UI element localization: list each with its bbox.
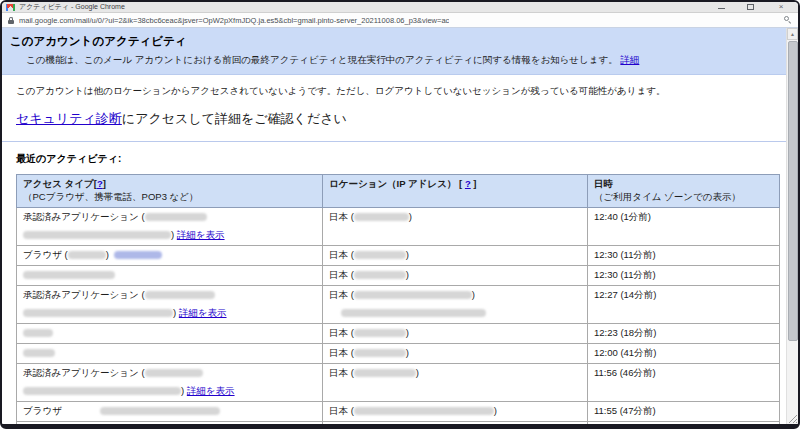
- details-link[interactable]: 詳細を表示: [179, 307, 227, 318]
- datetime-cell: 11:56 (46分前): [588, 364, 780, 402]
- access-type-cell: ブラウザ: [17, 402, 323, 422]
- resize-grip[interactable]: [789, 415, 797, 423]
- timestamp: 12:30 (11分前): [594, 269, 656, 280]
- location-label: 日本 (: [329, 347, 354, 358]
- location-cell: 日本 (): [323, 208, 588, 246]
- window-title: アクティビティ - Google Chrome: [19, 2, 125, 12]
- col2-bracket-close: ]: [471, 178, 477, 189]
- access-type-cell: 承認済みアプリケーション () 詳細を表示: [17, 208, 323, 246]
- datetime-cell: 12:40 (1分前): [588, 208, 780, 246]
- learn-more-link[interactable]: 詳細: [620, 54, 639, 65]
- timestamp: 11:56 (46分前): [594, 367, 656, 378]
- access-type-label: ブラウザ (: [23, 249, 68, 260]
- datetime-cell: 11:53 (48分前): [588, 422, 780, 425]
- col2-title: ロケーション（IP アドレス）: [329, 178, 456, 189]
- activity-table: アクセス タイプ[?] （PCブラウザ、携帯電話、POP3 など） ロケーション…: [16, 174, 780, 424]
- address-bar[interactable]: mail.google.com/mail/u/0/?ui=2&ik=38cbc6…: [2, 13, 798, 28]
- location-label: ): [409, 211, 412, 222]
- col3-title: 日時: [594, 178, 613, 189]
- access-type-line1: [23, 269, 316, 280]
- datetime-cell: 12:00 (41分前): [588, 344, 780, 364]
- timestamp: 11:55 (47分前): [594, 405, 656, 416]
- datetime-cell: 12:30 (11分前): [588, 266, 780, 286]
- table-row: 承認済みアプリケーション () 詳細を表示日本 ()12:40 (1分前): [17, 208, 780, 246]
- access-type-line1: 承認済みアプリケーション (: [23, 367, 316, 380]
- access-type-cell: [17, 324, 323, 344]
- col-datetime: 日時 （ご利用タイム ゾーンでの表示）: [588, 175, 780, 208]
- timestamp: 12:00 (41分前): [594, 347, 656, 358]
- recent-activity-heading: 最近のアクティビティ:: [16, 152, 772, 166]
- access-type-label: ): [106, 249, 112, 260]
- minimize-button[interactable]: [718, 5, 725, 9]
- access-type-label: 承認済みアプリケーション (: [23, 289, 145, 300]
- access-type-line1: 承認済みアプリケーション (: [23, 211, 316, 224]
- redacted-text: [145, 291, 215, 299]
- location-label: ): [406, 269, 409, 280]
- redacted-text: [354, 349, 406, 357]
- location-label: 日本 (: [329, 269, 354, 280]
- location-cell: 日本 (): [323, 286, 588, 324]
- intro-body: この機能は、このメール アカウントにおける前回の最終アクティビティと現在実行中の…: [26, 54, 618, 65]
- redacted-text: [354, 213, 409, 221]
- location-line1: 日本 (): [329, 269, 581, 282]
- timestamp: 12:30 (11分前): [594, 249, 656, 260]
- access-type-line1: [23, 347, 316, 358]
- table-row: 日本 ()12:23 (18分前): [17, 324, 780, 344]
- datetime-cell: 11:55 (47分前): [588, 402, 780, 422]
- access-type-label: ブラウザ: [23, 405, 62, 416]
- redacted-text: [23, 387, 181, 395]
- access-type-line1: 承認済みアプリケーション (: [23, 289, 316, 302]
- redacted-text: [100, 407, 220, 415]
- page-title: このアカウントのアクティビティ: [10, 34, 778, 49]
- details-link[interactable]: 詳細を表示: [177, 229, 225, 240]
- table-header-row: アクセス タイプ[?] （PCブラウザ、携帯電話、POP3 など） ロケーション…: [17, 175, 780, 208]
- location-label: ): [406, 347, 409, 358]
- details-link[interactable]: 詳細を表示: [187, 385, 235, 396]
- status-text: このアカウントは他のロケーションからアクセスされていないようです。ただし、ログア…: [16, 85, 772, 98]
- col1-title: アクセス タイプ: [23, 178, 94, 189]
- lock-icon[interactable]: [8, 17, 14, 24]
- zoom-magnifier-icon[interactable]: [784, 16, 792, 24]
- location-line1: 日本 (): [329, 327, 581, 340]
- redacted-text: [354, 369, 416, 377]
- scroll-up-button[interactable]: ▲: [787, 28, 798, 40]
- access-type-line1: ブラウザ: [23, 405, 316, 418]
- location-cell: 日本 (): [323, 422, 588, 425]
- intro-text: この機能は、このメール アカウントにおける前回の最終アクティビティと現在実行中の…: [26, 54, 778, 67]
- location-label: 日本 (: [329, 289, 354, 300]
- table-row: ブラウザ日本 ()11:55 (47分前): [17, 402, 780, 422]
- table-row: ブラウザ () 日本 ()12:30 (11分前): [17, 246, 780, 266]
- redacted-text: [341, 309, 486, 317]
- location-label: ): [472, 289, 475, 300]
- location-label: ): [494, 405, 497, 416]
- redacted-text: [23, 349, 55, 357]
- gmail-icon: [6, 4, 15, 11]
- location-cell: 日本 (): [323, 344, 588, 364]
- location-cell: 日本 (): [323, 364, 588, 402]
- access-type-cell: ブラウザ (): [17, 246, 323, 266]
- redacted-text: [23, 309, 173, 317]
- location-line1: 日本 (): [329, 289, 581, 302]
- vertical-scrollbar[interactable]: ▲: [786, 28, 798, 424]
- location-cell: 日本 (): [323, 402, 588, 422]
- redacted-text: [23, 329, 53, 337]
- redacted-text: [354, 407, 494, 415]
- redacted-text: [145, 369, 203, 377]
- security-checkup-link[interactable]: セキュリティ診断: [16, 111, 122, 126]
- access-type-line1: [23, 327, 316, 338]
- maximize-button[interactable]: [747, 4, 754, 10]
- divider: [2, 141, 786, 142]
- location-label: 日本 (: [329, 367, 354, 378]
- activity-table-body: 承認済みアプリケーション () 詳細を表示日本 ()12:40 (1分前)ブラウ…: [17, 208, 780, 425]
- access-type-line2: ) 詳細を表示: [23, 229, 316, 242]
- location-label: ): [406, 327, 409, 338]
- redacted-link: [114, 251, 162, 259]
- scrollbar-thumb[interactable]: [788, 41, 798, 341]
- location-label: 日本 (: [329, 327, 354, 338]
- close-button[interactable]: ×: [776, 3, 786, 11]
- access-type-cell: [17, 266, 323, 286]
- timestamp: 12:27 (14分前): [594, 289, 656, 300]
- access-type-line2: ) 詳細を表示: [23, 307, 316, 320]
- page-header: このアカウントのアクティビティ この機能は、このメール アカウントにおける前回の…: [2, 28, 786, 75]
- access-type-cell: [17, 344, 323, 364]
